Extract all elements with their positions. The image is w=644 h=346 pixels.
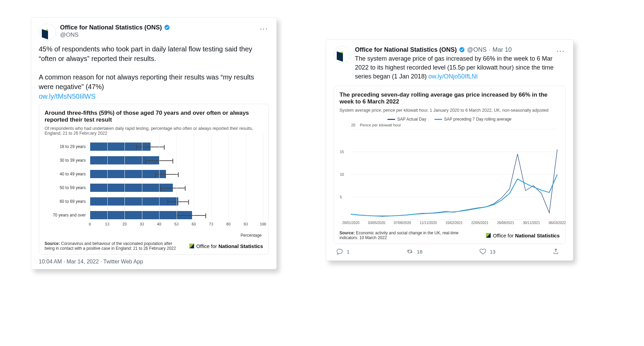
account-name[interactable]: Office for National Statistics (ONS) (355, 46, 457, 53)
ons-logo: Office for National Statistics (486, 233, 560, 238)
avatar[interactable] (39, 24, 56, 41)
x-tick: 30/11/2021 (523, 221, 540, 225)
bar-label: 70 years and over (45, 213, 90, 218)
legend-item: SAP preceding 7 Day rolling average (434, 117, 512, 122)
x-tick: 11/11/2020 (420, 221, 437, 225)
chart-card-bar: Around three-fifths (59%) of those aged … (39, 104, 269, 255)
like-count: 13 (490, 249, 496, 255)
bar-label: 40 to 49 years (45, 172, 90, 176)
tweet-date[interactable]: Mar 10 (492, 46, 512, 53)
more-button[interactable]: ··· (258, 23, 270, 35)
tweet-timestamp[interactable]: 10:04 AM · Mar 14, 2022 · Twitter Web Ap… (39, 259, 269, 265)
tweet-link[interactable]: ow.ly/ONjo50IfLNI (428, 73, 478, 80)
source-text: Coronavirus and behaviour of the vaccina… (45, 241, 176, 251)
verified-badge-icon (459, 47, 465, 53)
reply-count: 1 (347, 249, 349, 255)
y-tick: 10 (340, 172, 344, 176)
avatar[interactable] (334, 46, 351, 63)
like-button[interactable]: 13 (479, 248, 496, 255)
tweet-actions: 1 18 13 (334, 244, 565, 256)
x-tick: 07/08/2020 (394, 221, 411, 225)
ons-logo-icon (486, 233, 491, 238)
y-tick: 5 (340, 195, 342, 199)
bar-chart: 18 to 29 years30 to 39 years40 to 49 yea… (45, 140, 263, 222)
y-tick: 15 (340, 150, 344, 154)
bar-row: 40 to 49 years (45, 167, 263, 181)
x-axis-title: Percentage (45, 233, 262, 238)
account-handle[interactable]: @ONS (467, 46, 487, 53)
y-axis-title: 20 Pence per kilowatt hour (351, 123, 560, 127)
chart-source: Source: Coronavirus and behaviour of the… (45, 241, 180, 251)
tweet-header: Office for National Statistics (ONS) @ON… (334, 46, 565, 81)
more-button[interactable]: ··· (554, 45, 567, 57)
ons-logo-icon (189, 244, 194, 248)
ons-brand-text: Office for (493, 233, 515, 238)
chart-legend: SAP Actual Day SAP preceding 7 Day rolli… (339, 117, 560, 122)
share-icon (552, 248, 559, 255)
tweet-header: Office for National Statistics (ONS) @ON… (39, 24, 269, 41)
verified-badge-icon (164, 24, 170, 30)
bar-chart-x-axis: 0102030405060708090100 (90, 222, 263, 232)
bar (90, 197, 178, 206)
ons-brand-bold: National Statistics (218, 243, 263, 249)
tweet-card-left: Office for National Statistics (ONS) @ON… (31, 17, 277, 269)
x-axis-labels: 28/01/202003/05/202007/08/202011/11/2020… (340, 221, 559, 227)
retweet-count: 18 (417, 249, 422, 255)
bar-row: 70 years and over (45, 208, 263, 222)
confidence-interval (161, 188, 185, 188)
tweet-link[interactable]: ow.ly/tMsN50IilWS (39, 92, 96, 100)
legend-label: SAP preceding 7 Day rolling average (444, 117, 512, 122)
x-tick: 15/02/2021 (445, 221, 463, 225)
chart-subtitle: System average price, pence per kilowatt… (339, 108, 560, 113)
chart-title: The preceding seven-day rolling average … (339, 91, 560, 105)
tweet-card-right: Office for National Statistics (ONS) @ON… (326, 39, 573, 261)
source-text: Economic activity and social change in t… (339, 231, 458, 240)
share-button[interactable] (552, 248, 559, 255)
chart-subtitle: Of respondents who had undertaken daily … (45, 126, 263, 136)
retweet-button[interactable]: 18 (406, 248, 422, 255)
line-chart: 51015 28/01/202003/05/202007/08/202011/1… (340, 128, 559, 227)
x-tick: 03/05/2020 (368, 221, 385, 225)
account-name[interactable]: Office for National Statistics (ONS) (60, 24, 162, 31)
legend-item: SAP Actual Day (387, 117, 426, 122)
x-tick: 06/03/2022 (549, 221, 566, 225)
bar-label: 60 to 69 years (45, 199, 90, 204)
chart-source: Source: Economic activity and social cha… (339, 231, 467, 240)
bar-row: 18 to 29 years (45, 140, 263, 153)
bar-row: 60 to 69 years (45, 195, 263, 208)
chart-title: Around three-fifths (59%) of those aged … (45, 110, 263, 123)
chart-card-line: The preceding seven-day rolling average … (334, 86, 565, 244)
tweet-text-paragraph: 45% of respondents who took part in dail… (39, 44, 269, 63)
confidence-interval (136, 147, 164, 147)
bar-label: 18 to 29 years (45, 144, 90, 149)
tweet-text-paragraph: A common reason for not always reporting… (39, 72, 269, 101)
ons-brand-bold: National Statistics (515, 233, 560, 238)
x-tick: 26/08/2021 (497, 221, 514, 225)
bar-row: 50 to 59 years (45, 181, 263, 195)
separator-dot: · (489, 46, 490, 53)
account-handle[interactable]: @ONS (60, 31, 269, 39)
confidence-interval (168, 201, 189, 202)
source-label: Source: (339, 231, 355, 235)
source-label: Source: (45, 241, 60, 246)
tweet-body: 45% of respondents who took part in dail… (39, 44, 269, 101)
bar (90, 170, 166, 178)
confidence-interval (177, 215, 206, 216)
legend-swatch-icon (434, 119, 442, 120)
bar-label: 30 to 39 years (45, 158, 90, 163)
legend-label: SAP Actual Day (397, 117, 426, 122)
page: Office for National Statistics (ONS) @ON… (0, 0, 644, 346)
legend-swatch-icon (387, 119, 395, 120)
ons-logo: Office for National Statistics (189, 243, 263, 249)
ons-brand-text: Office for (196, 243, 218, 249)
retweet-icon (406, 248, 413, 255)
reply-button[interactable]: 1 (336, 248, 349, 255)
bar-label: 50 to 59 years (45, 185, 90, 190)
tweet-body: The system average price of gas increase… (355, 54, 565, 81)
x-tick: 22/05/2021 (471, 221, 488, 225)
reply-icon (336, 248, 343, 255)
heart-icon (479, 248, 486, 255)
tweet-text: A common reason for not always reporting… (39, 73, 254, 90)
bar-row: 30 to 39 years (45, 153, 263, 167)
x-tick: 28/01/2020 (342, 221, 359, 225)
